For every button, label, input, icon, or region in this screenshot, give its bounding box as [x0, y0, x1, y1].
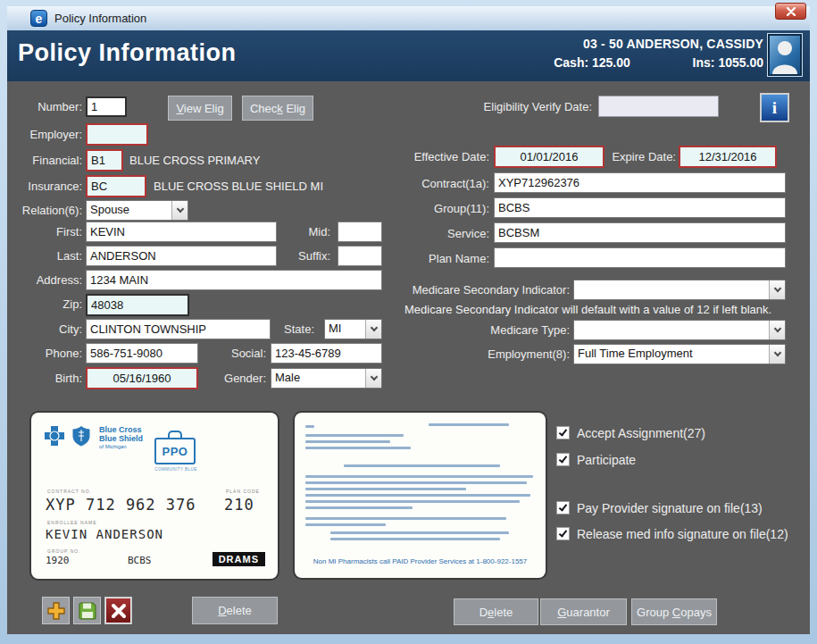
close-button[interactable] — [775, 3, 806, 20]
elig-verify-date-input[interactable] — [598, 96, 719, 117]
balance-line: Cash: 125.00 Ins: 1055.00 — [554, 55, 763, 70]
view-elig-button[interactable]: View Elig — [168, 96, 232, 121]
close-icon — [787, 7, 796, 16]
suffix-input[interactable] — [338, 246, 382, 266]
cash-value: 125.00 — [592, 55, 630, 70]
info-button[interactable]: i — [760, 93, 789, 122]
group-copays-button[interactable]: Group Copays — [631, 598, 717, 625]
check-elig-button[interactable]: Check Elig — [242, 96, 313, 121]
delete-policy-button[interactable]: Delete — [454, 598, 538, 625]
gender-select[interactable]: Male — [271, 368, 382, 389]
medicare-type-select[interactable] — [573, 320, 786, 340]
mid-input[interactable] — [338, 222, 382, 242]
birth-input[interactable] — [86, 367, 198, 389]
card-back-text-line — [305, 447, 411, 449]
delete-card-button[interactable]: Delete — [192, 597, 278, 624]
number-input[interactable] — [86, 96, 127, 117]
medicare-secondary-label: Medicare Secondary Indicator: — [402, 283, 570, 297]
card-brand-text: Blue Cross Blue Shield of Michigan — [99, 425, 143, 450]
save-policy-button[interactable] — [73, 597, 101, 624]
phone-input[interactable] — [86, 343, 198, 364]
app-icon: e — [30, 10, 47, 27]
ins-label: Ins: — [693, 55, 715, 70]
chevron-down-icon — [365, 369, 381, 388]
page-header: Policy Information 03 - 50 ANDERSON, CAS… — [7, 30, 810, 81]
chevron-down-icon — [171, 201, 188, 220]
drams-logo: DRAMS — [213, 552, 265, 566]
card-plan-abbr: BCBS — [128, 555, 152, 566]
card-back-text-line — [305, 434, 404, 437]
plan-code-tiny-label: PLAN CODE — [226, 489, 260, 494]
last-input[interactable] — [86, 246, 277, 266]
insurance-card-front[interactable]: Blue Cross Blue Shield of Michigan PPO C… — [31, 413, 278, 579]
patient-name: 03 - 50 ANDERSON, CASSIDY — [554, 37, 763, 51]
window-frame-bottom — [0, 634, 817, 644]
cash-label: Cash: — [554, 55, 588, 70]
zip-label: Zip: — [5, 297, 82, 311]
x-icon — [111, 603, 127, 619]
insurance-card-back[interactable]: Non MI Pharmacists call PAID Provider Se… — [295, 413, 546, 578]
employment-select[interactable]: Full Time Employment — [573, 344, 786, 364]
ppo-badge: PPO — [154, 438, 196, 464]
relation-select[interactable]: Spouse — [86, 200, 188, 221]
insurance-input[interactable] — [86, 175, 146, 197]
medicare-type-label: Medicare Type: — [402, 323, 570, 337]
participate-checkbox[interactable] — [556, 453, 570, 466]
medicare-secondary-select[interactable] — [573, 280, 786, 300]
financial-input[interactable] — [86, 149, 123, 171]
mid-label: Mid: — [282, 225, 330, 238]
employer-input[interactable] — [86, 123, 148, 146]
card-back-text-line — [305, 494, 530, 497]
card-back-text-line — [305, 506, 413, 509]
blue-cross-logo-icon — [44, 425, 65, 447]
card-group-number: 1920 — [46, 555, 70, 566]
financial-label: Financial: — [5, 154, 82, 167]
card-back-text-line — [330, 531, 509, 534]
social-input[interactable] — [271, 343, 382, 364]
effective-date-input[interactable] — [494, 146, 604, 168]
person-icon — [770, 36, 800, 74]
gender-label: Gender: — [214, 372, 266, 385]
contract-no-tiny-label: CONTRACT NO. — [47, 489, 92, 494]
suffix-label: Suffix: — [282, 249, 330, 263]
pay-provider-label: Pay Provider signature on file(13) — [577, 501, 763, 515]
contract-input[interactable] — [494, 172, 786, 193]
insurance-desc: BLUE CROSS BLUE SHIELD MI — [154, 180, 323, 193]
address-input[interactable] — [86, 270, 382, 290]
city-label: City: — [5, 322, 82, 336]
card-back-text-line — [305, 500, 520, 503]
plan-name-input[interactable] — [494, 247, 786, 268]
employment-label: Employment(8): — [402, 347, 570, 361]
service-label: Service: — [409, 227, 489, 240]
group-input[interactable] — [494, 197, 786, 218]
guarantor-button[interactable]: Guarantor — [540, 598, 627, 625]
patient-avatar[interactable] — [768, 34, 802, 76]
card-back-text-line — [429, 423, 509, 426]
group-no-tiny-label: GROUP NO. — [47, 548, 81, 554]
page-title: Policy Information — [18, 39, 237, 67]
release-med-info-checkbox[interactable] — [556, 527, 570, 540]
add-policy-button[interactable] — [42, 597, 70, 624]
check-icon — [559, 454, 567, 463]
info-icon: i — [772, 99, 777, 116]
expire-date-input[interactable] — [679, 146, 777, 168]
relation-label: Relation(6): — [5, 204, 82, 217]
accept-assignment-label: Accept Assignment(27) — [577, 426, 705, 440]
plan-name-label: Plan Name: — [409, 252, 489, 265]
state-select[interactable]: MI — [324, 319, 382, 339]
accept-assignment-checkbox[interactable] — [556, 426, 570, 439]
card-enrollee-name: KEVIN ANDERSON — [46, 527, 163, 541]
chevron-down-icon — [365, 320, 381, 339]
service-input[interactable] — [494, 222, 786, 243]
card-back-text-line — [305, 481, 527, 484]
pay-provider-checkbox[interactable] — [556, 501, 570, 514]
card-back-text-line — [305, 425, 314, 428]
blue-shield-logo-icon — [71, 425, 92, 447]
city-input[interactable] — [86, 319, 271, 339]
address-label: Address: — [5, 273, 82, 287]
card-back-text-line — [305, 475, 533, 478]
first-input[interactable] — [86, 222, 277, 242]
zip-input[interactable] — [86, 294, 189, 316]
group-label: Group(11): — [409, 202, 489, 215]
cancel-policy-button[interactable] — [104, 597, 132, 624]
